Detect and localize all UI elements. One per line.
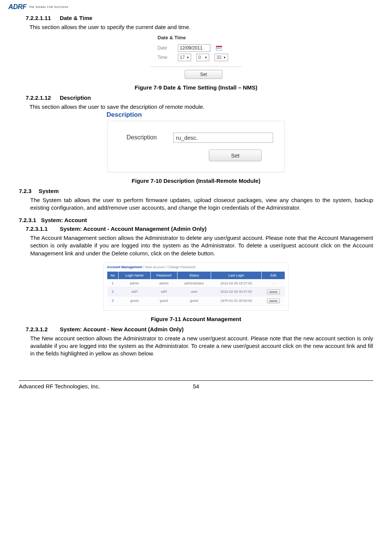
second-select[interactable]: 32▼ — [215, 54, 228, 61]
description-panel-heading: Description — [106, 111, 285, 119]
cell-last: 2012-02-28 00:47:55 — [211, 287, 262, 296]
col-no: No — [107, 271, 119, 279]
calendar-icon[interactable] — [216, 45, 222, 51]
footer-page-number: 54 — [193, 383, 199, 389]
col-login: Login Name — [119, 271, 151, 279]
cell-no: 3 — [107, 296, 119, 305]
body-system: The System tab allows the user to perfor… — [30, 196, 373, 212]
section-title: System: Account - Account Management (Ad… — [60, 226, 207, 232]
hour-select[interactable]: 17▼ — [178, 54, 191, 61]
figure-caption-7-9: Figure 7-9 Date & Time Setting (Install … — [19, 84, 373, 91]
cell-pw: guest — [150, 296, 177, 305]
cell-login: adrf — [119, 287, 151, 296]
date-time-panel-title: Date & Time — [157, 35, 241, 40]
heading-new-account: 7.2.3.1.2 System: Account - New Account … — [26, 326, 373, 332]
breadcrumb-item[interactable]: Change Password — [168, 265, 196, 269]
cell-login: admin — [119, 279, 151, 287]
svg-rect-4 — [220, 48, 221, 49]
col-last-login: Last Login — [211, 271, 262, 279]
table-row: 1adminadminadministrator2012-02-28 18:37… — [107, 279, 285, 287]
chevron-down-icon: ▼ — [223, 56, 226, 59]
minute-select[interactable]: 0▼ — [196, 54, 209, 61]
cell-status: user — [177, 287, 211, 296]
body-date-time: This section allows the user to specify … — [29, 23, 373, 31]
section-number: 7.2.3 — [19, 188, 37, 194]
body-description: This section allows the user to save the… — [29, 103, 373, 111]
breadcrumb: Account Management / New account / Chang… — [107, 265, 285, 269]
heading-system-account: 7.2.3.1 System: Account — [19, 217, 373, 223]
svg-rect-2 — [217, 48, 218, 49]
cell-status: administrator — [177, 279, 211, 287]
breadcrumb-item[interactable]: New account — [145, 265, 165, 269]
svg-rect-3 — [218, 48, 219, 49]
date-time-panel: Date & Time Date 12/09/2011 Time 17▼ 0▼ … — [151, 35, 241, 79]
section-number: 7.2.3.1.2 — [26, 326, 58, 332]
cell-last: 1970-01-01 00:00:00 — [211, 296, 262, 305]
section-number: 7.2.3.1 — [19, 217, 36, 223]
brand-header: ADRF THE SIGNAL FOR SUCCESS — [8, 3, 373, 11]
col-password: Password — [150, 271, 177, 279]
cell-no: 1 — [107, 279, 119, 287]
cell-status: guest — [177, 296, 211, 305]
heading-date-time: 7.2.2.1.11 Date & Time — [26, 15, 373, 21]
section-title: Description — [60, 94, 91, 101]
table-row: 3guestguestguest1970-01-01 00:00:00delet… — [107, 296, 285, 305]
section-title: System: Account — [41, 217, 87, 223]
figure-caption-7-10: Figure 7-10 Description (Install-Remote … — [19, 178, 373, 184]
date-input[interactable]: 12/09/2011 — [178, 44, 210, 52]
body-new-account: The New account section allows the Admin… — [30, 335, 373, 358]
section-number: 7.2.2.1.12 — [26, 94, 58, 101]
cell-pw: adrf — [150, 287, 177, 296]
account-table: No Login Name Password Status Last Login… — [107, 271, 285, 306]
table-header-row: No Login Name Password Status Last Login… — [107, 271, 285, 279]
heading-account-management: 7.2.3.1.1 System: Account - Account Mana… — [26, 226, 373, 232]
chevron-down-icon: ▼ — [204, 56, 207, 59]
cell-edit: delete — [262, 296, 285, 305]
table-row: 2adrfadrfuser2012-02-28 00:47:55delete — [107, 287, 285, 296]
delete-button[interactable]: delete — [267, 298, 280, 303]
heading-system: 7.2.3 System — [19, 188, 373, 194]
page-footer: Advanced RF Technologies, Inc. 54 — [19, 380, 373, 389]
description-panel: Description ru_desc. Set — [107, 121, 285, 172]
description-input[interactable]: ru_desc. — [173, 133, 273, 143]
section-title: System: Account - New Account (Admin Onl… — [60, 326, 184, 332]
cell-pw: admin — [150, 279, 177, 287]
col-status: Status — [177, 271, 211, 279]
cell-edit: - — [262, 279, 285, 287]
footer-company: Advanced RF Technologies, Inc. — [19, 383, 193, 389]
col-edit: Edit — [262, 271, 285, 279]
brand-logo: ADRF — [8, 3, 26, 11]
chevron-down-icon: ▼ — [186, 56, 189, 59]
section-number: 7.2.3.1.1 — [26, 226, 58, 232]
delete-button[interactable]: delete — [267, 289, 280, 294]
set-button[interactable]: Set — [209, 150, 262, 161]
time-label: Time — [157, 55, 173, 60]
cell-no: 2 — [107, 287, 119, 296]
body-account-management: The Account Management section allows th… — [30, 234, 373, 257]
cell-login: guest — [119, 296, 151, 305]
set-button[interactable]: Set — [185, 70, 222, 79]
section-title: System — [39, 188, 59, 194]
svg-rect-1 — [216, 46, 222, 47]
heading-description: 7.2.2.1.12 Description — [26, 94, 373, 101]
cell-edit: delete — [262, 287, 285, 296]
account-management-panel: Account Management / New account / Chang… — [103, 263, 289, 311]
breadcrumb-active[interactable]: Account Management — [107, 265, 142, 269]
section-number: 7.2.2.1.11 — [26, 15, 58, 21]
description-label: Description — [127, 134, 168, 141]
section-title: Date & Time — [60, 15, 92, 21]
date-label: Date — [157, 45, 173, 51]
figure-caption-7-11: Figure 7-11 Account Management — [19, 316, 373, 322]
cell-last: 2012-02-28 18:37:53 — [211, 279, 262, 287]
brand-tagline: THE SIGNAL FOR SUCCESS — [29, 6, 68, 8]
